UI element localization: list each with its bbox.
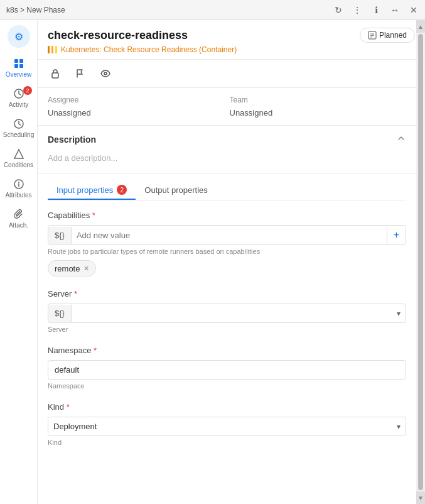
server-label: Server * xyxy=(48,289,406,299)
namespace-input[interactable] xyxy=(48,360,406,380)
namespace-hint: Namespace xyxy=(48,382,406,390)
description-section: Description Add a description... xyxy=(38,126,416,173)
sidebar-item-attributes[interactable]: Attributes xyxy=(0,173,37,204)
kind-required: * xyxy=(64,402,70,412)
kind-select[interactable]: Deployment StatefulSet DaemonSet Pod xyxy=(48,417,392,436)
capabilities-hint: Route jobs to particular types of remote… xyxy=(48,248,406,255)
task-subtitle-text: Kubernetes: Check Resource Readiness (Co… xyxy=(61,45,237,54)
kind-chevron-icon: ▾ xyxy=(392,422,406,431)
attributes-icon xyxy=(13,178,24,190)
title-bar: k8s > New Phase ↻ ⋮ ℹ ↔ ✕ xyxy=(0,0,425,20)
planned-label: Planned xyxy=(379,31,407,40)
attach-icon xyxy=(13,209,24,220)
title-bar-actions: ↻ ⋮ ℹ ↔ ✕ xyxy=(333,5,419,15)
scheduling-icon xyxy=(13,118,24,129)
sidebar-item-conditions[interactable]: Conditions xyxy=(0,143,37,173)
tabs: Input properties 2 Output properties xyxy=(48,181,406,200)
info-icon[interactable]: ℹ xyxy=(371,5,381,15)
scroll-up-button[interactable]: ▲ xyxy=(416,20,425,33)
main-layout: ⚙ Overview 2 Activity xyxy=(0,20,425,504)
kind-group: Kind * Deployment StatefulSet DaemonSet … xyxy=(48,402,406,446)
capabilities-tag-value: remote xyxy=(55,264,80,273)
svg-rect-0 xyxy=(14,59,18,63)
more-icon[interactable]: ⋮ xyxy=(352,5,362,15)
server-group: Server * ${} ▾ Server xyxy=(48,289,406,333)
scroll-indicator: ▲ ▼ xyxy=(416,20,425,504)
flag-icon[interactable] xyxy=(73,66,88,81)
sidebar-item-label: Conditions xyxy=(4,162,33,168)
lock-icon[interactable] xyxy=(48,66,63,81)
description-header: Description xyxy=(48,133,406,146)
sidebar-item-label: Attach. xyxy=(9,222,28,229)
header-top: check-resource-readiness Planned xyxy=(48,28,415,43)
content-body[interactable]: Assignee Unassigned Team Unassigned Desc… xyxy=(38,88,425,504)
namespace-required: * xyxy=(91,346,97,355)
capabilities-input-wrapper: ${} + xyxy=(48,225,406,245)
sidebar-item-label: Scheduling xyxy=(3,131,34,138)
team-col: Team Unassigned xyxy=(230,96,407,118)
sidebar-item-label: Overview xyxy=(6,71,32,78)
svg-point-9 xyxy=(18,182,19,183)
activity-badge: 2 xyxy=(23,86,32,95)
sidebar-item-overview[interactable]: Overview xyxy=(0,53,37,83)
sidebar-item-label: Attributes xyxy=(5,192,31,199)
svg-point-15 xyxy=(104,72,107,75)
tab-input-label: Input properties xyxy=(56,185,113,195)
sidebar: ⚙ Overview 2 Activity xyxy=(0,20,38,504)
assignee-label: Assignee xyxy=(48,96,225,104)
kind-input-wrapper: Deployment StatefulSet DaemonSet Pod ▾ xyxy=(48,417,406,436)
refresh-icon[interactable]: ↻ xyxy=(333,5,343,15)
capabilities-tag-remove[interactable]: × xyxy=(83,263,89,273)
content-area: check-resource-readiness Planned xyxy=(38,20,425,504)
scroll-thumb xyxy=(418,34,423,490)
sidebar-item-scheduling[interactable]: Scheduling xyxy=(0,113,37,143)
server-select[interactable] xyxy=(72,304,392,322)
namespace-group: Namespace * Namespace xyxy=(48,346,406,390)
conditions-icon xyxy=(13,148,24,160)
tab-input-properties[interactable]: Input properties 2 xyxy=(48,181,136,200)
activity-icon xyxy=(13,88,24,99)
eye-icon[interactable] xyxy=(98,66,113,81)
server-input-wrapper: ${} ▾ xyxy=(48,304,406,323)
planned-icon xyxy=(368,31,377,40)
tab-output-label: Output properties xyxy=(144,185,207,195)
sidebar-item-activity[interactable]: 2 Activity xyxy=(0,83,37,113)
action-icons xyxy=(38,60,425,88)
expand-icon[interactable]: ↔ xyxy=(390,5,400,15)
task-subtitle: Kubernetes: Check Resource Readiness (Co… xyxy=(48,45,415,54)
assignee-col: Assignee Unassigned xyxy=(48,96,225,118)
assignee-value: Unassigned xyxy=(48,108,225,118)
task-title: check-resource-readiness xyxy=(48,29,188,42)
capabilities-required: * xyxy=(90,211,95,220)
sidebar-item-attach[interactable]: Attach. xyxy=(0,204,37,234)
tab-output-properties[interactable]: Output properties xyxy=(136,181,216,200)
description-placeholder[interactable]: Add a description... xyxy=(48,151,406,165)
capabilities-add-button[interactable]: + xyxy=(387,226,406,244)
description-collapse-icon[interactable] xyxy=(396,133,406,146)
server-required: * xyxy=(72,289,77,299)
close-icon[interactable]: ✕ xyxy=(409,5,419,15)
scroll-down-button[interactable]: ▼ xyxy=(416,491,425,504)
capabilities-group: Capabilities * ${} + Route jobs to parti… xyxy=(48,211,406,277)
kind-hint: Kind xyxy=(48,439,406,446)
description-title: Description xyxy=(48,134,96,145)
tabs-container: Input properties 2 Output properties xyxy=(38,173,416,200)
properties-form: Capabilities * ${} + Route jobs to parti… xyxy=(38,200,416,469)
server-hint: Server xyxy=(48,326,406,333)
svg-rect-2 xyxy=(14,64,18,68)
kubernetes-icon xyxy=(48,46,57,53)
svg-rect-1 xyxy=(19,59,23,63)
breadcrumb: k8s > New Phase xyxy=(6,6,65,14)
capabilities-input[interactable] xyxy=(72,227,387,244)
assignee-row: Assignee Unassigned Team Unassigned xyxy=(38,88,416,126)
kind-label: Kind * xyxy=(48,402,406,412)
sidebar-logo: ⚙ xyxy=(8,25,30,48)
team-value: Unassigned xyxy=(230,108,407,118)
sidebar-item-label: Activity xyxy=(9,101,29,108)
server-prefix: ${} xyxy=(48,305,72,322)
content-header: check-resource-readiness Planned xyxy=(38,20,425,60)
svg-rect-14 xyxy=(52,73,58,78)
server-chevron-icon: ▾ xyxy=(392,309,406,318)
planned-badge[interactable]: Planned xyxy=(360,28,415,43)
capabilities-label: Capabilities * xyxy=(48,211,406,220)
